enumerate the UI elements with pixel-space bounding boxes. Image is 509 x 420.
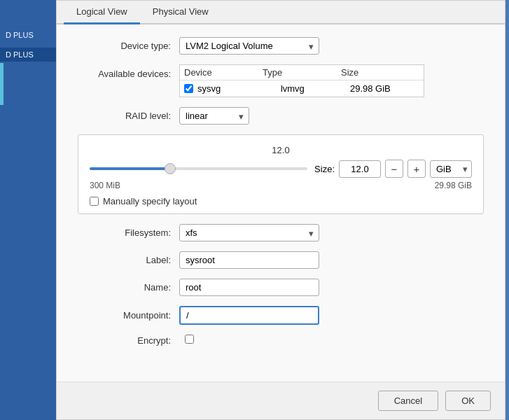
device-type-row: Device type: LVM2 Logical Volume (78, 37, 484, 55)
col-header-size: Size (341, 67, 419, 78)
col-header-type: Type (263, 67, 341, 78)
manually-specify-row: Manually specify layout (90, 196, 472, 206)
sidebar-item-1: D PLUS (0, 28, 60, 42)
device-checkbox[interactable] (184, 84, 193, 93)
mountpoint-input[interactable] (179, 306, 319, 325)
sidebar-item-2: D PLUS (0, 48, 60, 62)
raid-level-control: linear (179, 107, 484, 125)
raid-level-row: RAID level: linear (78, 107, 484, 125)
mountpoint-label: Mountpoint: (78, 310, 179, 321)
encrypt-label: Encrypt: (78, 335, 179, 346)
filesystem-row: Filesystem: xfs ext4 btrfs (78, 224, 484, 241)
slider-row: Size: − + GiB MiB TiB (90, 160, 472, 178)
cancel-button[interactable]: Cancel (378, 391, 438, 411)
sidebar: D PLUS D PLUS (0, 0, 60, 420)
label-label: Label: (78, 255, 179, 265)
name-row: Name: (78, 279, 484, 296)
dialog-footer: Cancel OK (57, 382, 505, 419)
mountpoint-control (179, 306, 484, 325)
devices-table-header: Device Type Size (180, 65, 424, 80)
size-max-label: 29.98 GiB (435, 181, 472, 190)
ok-button[interactable]: OK (445, 391, 491, 411)
col-header-device: Device (184, 67, 263, 78)
slider-track[interactable] (90, 167, 307, 170)
encrypt-control (185, 335, 484, 346)
raid-select-wrapper[interactable]: linear (179, 107, 249, 125)
minus-button[interactable]: − (385, 160, 403, 178)
name-label: Name: (78, 282, 179, 293)
label-row: Label: (78, 251, 484, 269)
filesystem-select[interactable]: xfs ext4 btrfs (179, 224, 319, 241)
device-name: sysvg (197, 83, 281, 94)
tab-bar: Logical View Physical View (57, 1, 505, 24)
sidebar-stripe (0, 63, 4, 105)
name-control (179, 279, 484, 296)
available-devices-row: Available devices: Device Type Size sysv… (78, 64, 484, 97)
table-row: sysvg lvmvg 29.98 GiB (180, 80, 424, 97)
manually-specify-label: Manually specify layout (103, 196, 197, 206)
label-control (179, 251, 484, 269)
size-min-label: 300 MiB (90, 181, 120, 190)
gib-select-wrapper[interactable]: GiB MiB TiB (430, 160, 472, 178)
tab-physical-view[interactable]: Physical View (140, 1, 221, 24)
size-input-row: Size: − + GiB MiB TiB (314, 160, 472, 178)
filesystem-select-wrapper[interactable]: xfs ext4 btrfs (179, 224, 319, 241)
name-input[interactable] (179, 279, 319, 296)
plus-button[interactable]: + (407, 160, 426, 178)
size-input[interactable] (339, 160, 381, 178)
size-label-text: Size: (314, 164, 335, 174)
encrypt-checkbox[interactable] (185, 335, 194, 344)
available-devices-label: Available devices: (78, 64, 179, 79)
size-unit-select[interactable]: GiB MiB TiB (430, 160, 472, 178)
device-type-control: LVM2 Logical Volume (179, 37, 484, 55)
slider-range-row: 300 MiB 29.98 GiB (90, 181, 472, 190)
encrypt-row: Encrypt: (78, 335, 484, 346)
raid-level-select[interactable]: linear (179, 107, 249, 125)
dialog: Logical View Physical View Device type: … (56, 0, 505, 420)
raid-level-label: RAID level: (78, 111, 179, 121)
filesystem-label: Filesystem: (78, 227, 179, 238)
devices-table: Device Type Size sysvg lvmvg 29.98 GiB (179, 64, 424, 97)
slider-fill (90, 167, 170, 170)
available-devices-control: Device Type Size sysvg lvmvg 29.98 GiB (179, 64, 484, 97)
size-value-label: 12.0 (90, 145, 472, 155)
device-type-select-wrapper[interactable]: LVM2 Logical Volume (179, 37, 319, 55)
device-size-cell: 29.98 GiB (350, 83, 419, 94)
manually-specify-checkbox[interactable] (90, 197, 99, 206)
device-type-cell: lvmvg (281, 83, 350, 94)
slider-thumb[interactable] (165, 163, 176, 174)
dialog-content: Device type: LVM2 Logical Volume Availab… (57, 24, 505, 382)
label-input[interactable] (179, 251, 319, 269)
filesystem-control: xfs ext4 btrfs (179, 224, 484, 241)
size-panel: 12.0 Size: − + GiB MiB TiB (78, 134, 484, 214)
mountpoint-row: Mountpoint: (78, 306, 484, 325)
tab-logical-view[interactable]: Logical View (64, 1, 140, 24)
device-type-select[interactable]: LVM2 Logical Volume (179, 37, 319, 55)
device-type-label: Device type: (78, 41, 179, 51)
